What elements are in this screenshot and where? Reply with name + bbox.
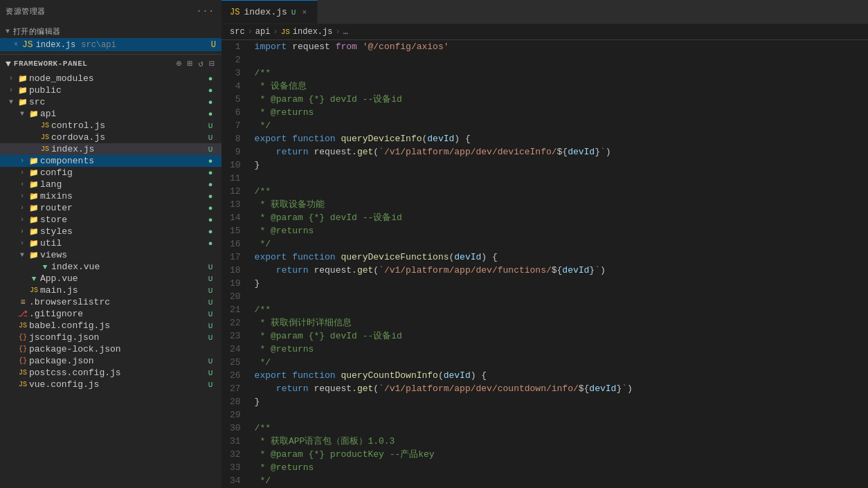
code-editor[interactable]: 1234567891011121314151617181920212223242… <box>221 40 868 488</box>
tree-item-dirty: U <box>205 334 216 342</box>
code-line: * 获取APP语言包（面板）1.0.3 <box>255 435 868 448</box>
tab-close-button[interactable]: × <box>300 8 309 17</box>
tree-item-icon: 📁 <box>28 204 40 213</box>
close-editor-icon[interactable]: × <box>14 41 18 48</box>
tree-item-jsconfig.json[interactable]: {}jsconfig.jsonU <box>0 332 221 343</box>
code-line: } <box>255 395 868 408</box>
tree-item-store[interactable]: ›📁store● <box>0 214 221 226</box>
tree-item-router[interactable]: ›📁router● <box>0 202 221 214</box>
tree-item-label: store <box>40 215 205 225</box>
tree-item-icon: ▼ <box>28 275 40 283</box>
tree-item-dirty: U <box>205 369 216 377</box>
tree-item-chevron: › <box>6 87 17 94</box>
tree-item-dirty: ● <box>205 228 216 236</box>
tree-item-util[interactable]: ›📁util● <box>0 237 221 249</box>
tree-item-dirty: U <box>205 134 216 142</box>
tree-item-icon: JS <box>39 134 51 141</box>
open-file-dirty: U <box>211 40 216 50</box>
sidebar-title: 资源管理器 <box>6 6 46 17</box>
tree-item-components[interactable]: ›📁components● <box>0 155 221 167</box>
refresh-icon[interactable]: ↺ <box>197 57 205 70</box>
code-content[interactable]: import request from '@/config/axios' /**… <box>249 40 868 488</box>
tree-item-dirty: U <box>205 145 216 154</box>
tree-item-views[interactable]: ▼📁views <box>0 249 221 261</box>
tree-item-App.vue[interactable]: ▼App.vueU <box>0 273 221 284</box>
new-file-icon[interactable]: ⊕ <box>175 57 183 70</box>
tree-item-label: .gitignore <box>29 309 205 319</box>
line-number: 9 <box>230 145 241 159</box>
code-line: return request.get(`/v1/platform/app/dev… <box>255 145 868 159</box>
tree-item-node_modules[interactable]: ›📁node_modules● <box>0 73 221 84</box>
tree-item-icon: JS <box>39 145 51 153</box>
tree-item-control.js[interactable]: JScontrol.jsU <box>0 120 221 132</box>
more-options-icon[interactable]: ··· <box>195 4 216 18</box>
line-number: 15 <box>230 224 241 237</box>
open-editor-item[interactable]: × JS index.js src\api U <box>0 38 221 51</box>
code-line: * @returns <box>255 106 868 119</box>
code-line: export function queryCountDownInfo(devId… <box>255 369 868 382</box>
line-number: 12 <box>230 185 241 198</box>
tree-item-index.vue[interactable]: ▼index.vueU <box>0 261 221 273</box>
tree-item-label: util <box>40 238 205 248</box>
tree-item-vue.config.js[interactable]: JSvue.config.jsU <box>0 379 221 390</box>
tree-item-dirty: U <box>205 122 216 130</box>
tree-item-icon: 📁 <box>17 74 29 83</box>
sidebar-header: 资源管理器 ··· <box>0 0 221 22</box>
tree-item-package.json[interactable]: {}package.jsonU <box>0 355 221 367</box>
line-number: 16 <box>230 237 241 251</box>
bc-src[interactable]: src <box>230 27 245 37</box>
code-line: export function queryDeviceInfo(devId) { <box>255 132 868 145</box>
bc-filename[interactable]: index.js <box>293 27 333 37</box>
tree-item-api[interactable]: ▼📁api● <box>0 108 221 120</box>
tree-item-src[interactable]: ▼📁src● <box>0 96 221 108</box>
line-number: 24 <box>230 343 241 356</box>
line-number: 27 <box>230 382 241 395</box>
framework-chevron[interactable]: ▼ <box>6 59 11 69</box>
bc-api[interactable]: api <box>255 27 271 37</box>
tree-item-chevron: › <box>17 157 28 165</box>
tree-item-.gitignore[interactable]: ⎇.gitignoreU <box>0 308 221 320</box>
framework-panel: ▼ FRAMEWORK-PANEL ⊕ ⊞ ↺ ⊟ ›📁node_modules… <box>0 54 221 488</box>
tree-item-label: babel.config.js <box>29 320 205 331</box>
tree-item-babel.config.js[interactable]: JSbabel.config.jsU <box>0 320 221 332</box>
tree-item-icon: {} <box>17 345 29 353</box>
tree-item-postcss.config.js[interactable]: JSpostcss.config.jsU <box>0 367 221 379</box>
tree-item-public[interactable]: ›📁public● <box>0 84 221 96</box>
code-line: export function queryDeviceFunctions(dev… <box>255 251 868 264</box>
tree-item-package-lock.json[interactable]: {}package-lock.json <box>0 343 221 355</box>
tree-item-label: lang <box>40 179 205 190</box>
line-number: 2 <box>230 53 241 66</box>
code-line: import request from '@/config/axios' <box>255 40 868 53</box>
tree-item-lang[interactable]: ›📁lang● <box>0 179 221 190</box>
tree-item-label: index.vue <box>51 262 205 272</box>
tree-item-config[interactable]: ›📁config● <box>0 167 221 179</box>
tree-item-icon: {} <box>17 357 29 365</box>
tree-item-main.js[interactable]: JSmain.jsU <box>0 284 221 296</box>
line-number: 7 <box>230 119 241 132</box>
open-editors-label[interactable]: ▼ 打开的编辑器 <box>0 25 221 38</box>
bc-ellipsis[interactable]: … <box>343 27 348 37</box>
tree-item-icon: 📁 <box>17 98 29 107</box>
tree-item-label: router <box>40 203 205 213</box>
code-line: * 获取设备功能 <box>255 198 868 211</box>
new-folder-icon[interactable]: ⊞ <box>186 57 195 70</box>
tree-item-dirty: ● <box>205 181 216 189</box>
tree-item-label: vue.config.js <box>29 379 205 390</box>
tree-item-.browserslistrc[interactable]: ≡.browserslistrcU <box>0 296 221 308</box>
active-tab[interactable]: JS index.js U × <box>221 0 318 24</box>
tree-item-icon: 📁 <box>28 239 40 248</box>
tree-item-mixins[interactable]: ›📁mixins● <box>0 190 221 202</box>
framework-header: ▼ FRAMEWORK-PANEL ⊕ ⊞ ↺ ⊟ <box>0 54 221 73</box>
collapse-icon[interactable]: ⊟ <box>208 57 216 70</box>
tree-item-dirty: ● <box>205 110 216 118</box>
tree-item-label: postcss.config.js <box>29 368 205 378</box>
tree-item-cordova.js[interactable]: JScordova.jsU <box>0 132 221 143</box>
tab-dirty-indicator: U <box>291 8 296 17</box>
tree-item-label: main.js <box>40 285 205 296</box>
tree-item-styles[interactable]: ›📁styles● <box>0 226 221 237</box>
tree-item-index.js[interactable]: JSindex.jsU <box>0 143 221 155</box>
framework-header-left: ▼ FRAMEWORK-PANEL <box>6 59 87 69</box>
tree-item-dirty: ● <box>205 204 216 213</box>
code-line: * @param {*} productKey --产品key <box>255 448 868 461</box>
tree-item-label: index.js <box>51 144 205 154</box>
